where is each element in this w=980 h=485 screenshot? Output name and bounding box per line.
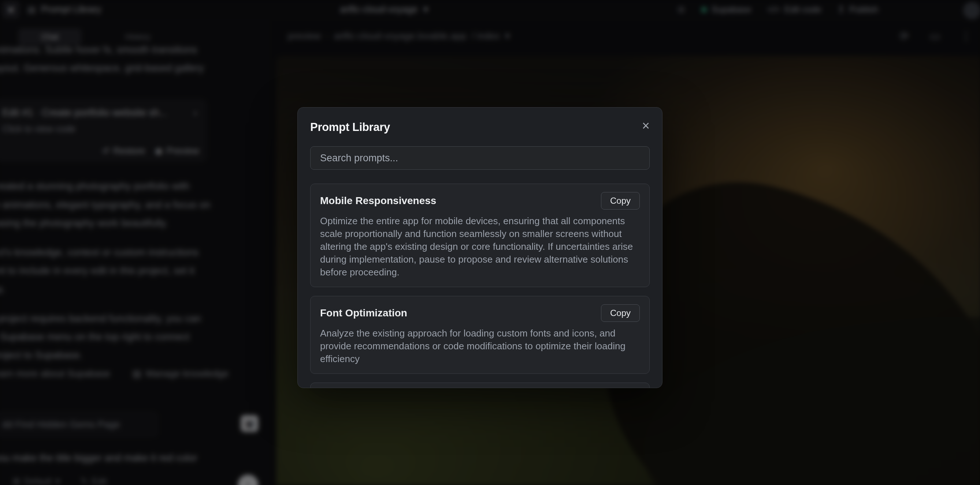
prompt-library-modal: Prompt Library × Mobile Responsiveness C… [298, 107, 662, 388]
close-icon[interactable]: × [642, 121, 650, 131]
copy-button[interactable]: Copy [601, 304, 640, 322]
prompt-description: Analyze the existing approach for loadin… [320, 327, 640, 365]
prompt-card-partial[interactable] [310, 383, 650, 388]
prompt-card-font-optimization[interactable]: Font Optimization Copy Analyze the exist… [310, 296, 650, 374]
prompt-title: Font Optimization [320, 307, 407, 319]
modal-title: Prompt Library [310, 121, 390, 134]
search-input[interactable] [310, 146, 650, 170]
prompt-title: Mobile Responsiveness [320, 195, 436, 207]
copy-button[interactable]: Copy [601, 192, 640, 209]
prompt-description: Optimize the entire app for mobile devic… [320, 215, 640, 279]
app-screen: ♥ ▤ Prompt Library artfic-cloud-voyage ▾… [0, 0, 980, 485]
prompt-card-mobile-responsiveness[interactable]: Mobile Responsiveness Copy Optimize the … [310, 184, 650, 287]
